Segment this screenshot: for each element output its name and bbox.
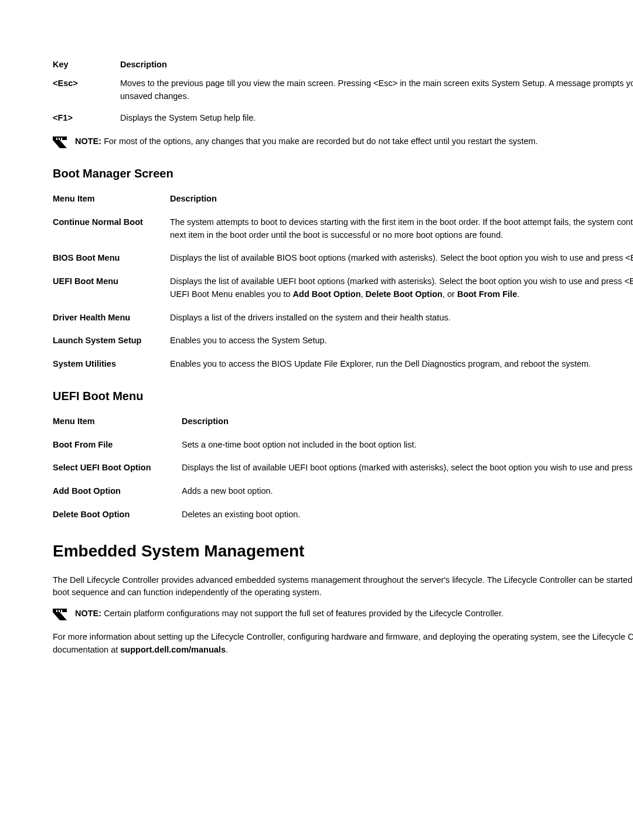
uefi-menu-table: Menu Item Description Boot From File Set… (53, 415, 633, 521)
table-row: System Utilities Enables you to access t… (53, 358, 633, 371)
table-row: Launch System Setup Enables you to acces… (53, 334, 633, 347)
header-item: Menu Item (53, 193, 170, 206)
row-desc: Displays the System Setup help file. (120, 112, 633, 125)
row-desc: Sets a one-time boot option not included… (182, 439, 633, 452)
row-desc: Displays the list of available BIOS boot… (170, 252, 633, 265)
heading-embedded-system: Embedded System Management (53, 539, 633, 564)
note-label: NOTE: (75, 136, 101, 146)
para-bold: support.dell.com/manuals (120, 645, 226, 654)
svg-rect-3 (56, 610, 57, 612)
table-row: <Esc> Moves to the previous page till yo… (53, 77, 633, 103)
row-desc: Displays a list of the drivers installed… (170, 312, 633, 325)
row-desc: Enables you to access the BIOS Update Fi… (170, 358, 633, 371)
row-desc: Moves to the previous page till you view… (120, 77, 633, 103)
key-table-header: Key Description (53, 59, 633, 71)
table-row: Delete Boot Option Deletes an existing b… (53, 508, 633, 521)
row-item: Launch System Setup (53, 334, 170, 347)
table-header: Menu Item Description (53, 415, 633, 428)
paragraph: For more information about setting up th… (53, 631, 633, 657)
note-content: Certain platform configurations may not … (101, 609, 503, 618)
table-row: Boot From File Sets a one-time boot opti… (53, 439, 633, 452)
table-row: BIOS Boot Menu Displays the list of avai… (53, 252, 633, 265)
svg-rect-4 (59, 610, 60, 612)
boot-manager-table: Menu Item Description Continue Normal Bo… (53, 193, 633, 371)
header-item: Menu Item (53, 415, 182, 428)
note-block: NOTE: For most of the options, any chang… (53, 135, 633, 148)
row-item: System Utilities (53, 358, 170, 371)
row-item: UEFI Boot Menu (53, 275, 170, 288)
row-desc: Enables you to access the System Setup. (170, 334, 633, 347)
table-row: UEFI Boot Menu Displays the list of avai… (53, 275, 633, 301)
row-key: <F1> (53, 112, 120, 125)
note-text: NOTE: Certain platform configurations ma… (75, 607, 633, 620)
para-end: . (226, 645, 228, 654)
row-key: <Esc> (53, 77, 120, 103)
note-icon (53, 136, 67, 148)
table-header: Menu Item Description (53, 193, 633, 206)
section-title-uefi: UEFI Boot Menu (53, 387, 633, 405)
desc-mid: , (361, 289, 366, 299)
svg-rect-1 (59, 138, 60, 140)
paragraph: The Dell Lifecycle Controller provides a… (53, 574, 633, 600)
key-table: Key Description <Esc> Moves to the previ… (53, 59, 633, 125)
row-desc: The system attempts to boot to devices s… (170, 216, 633, 242)
note-block: NOTE: Certain platform configurations ma… (53, 607, 633, 620)
row-item: Driver Health Menu (53, 312, 170, 325)
row-desc: Displays the list of available UEFI boot… (170, 275, 633, 301)
row-item: Continue Normal Boot (53, 216, 170, 229)
note-text: NOTE: For most of the options, any chang… (75, 135, 633, 148)
desc-bold: Add Boot Option (293, 289, 361, 299)
row-desc: Deletes an existing boot option. (182, 508, 633, 521)
row-item: Boot From File (53, 439, 182, 452)
desc-bold: Boot From File (457, 289, 517, 299)
row-desc: Displays the list of available UEFI boot… (182, 462, 633, 474)
row-item: BIOS Boot Menu (53, 252, 170, 265)
row-desc: Adds a new boot option. (182, 485, 633, 498)
desc-mid: , or (443, 289, 457, 299)
note-icon (53, 609, 67, 620)
row-item: Delete Boot Option (53, 508, 182, 521)
row-item: Add Boot Option (53, 485, 182, 498)
note-label: NOTE: (75, 609, 101, 618)
header-desc: Description (182, 415, 633, 428)
header-key: Key (53, 59, 120, 71)
table-row: Select UEFI Boot Option Displays the lis… (53, 462, 633, 474)
header-desc: Description (170, 193, 633, 206)
table-row: Driver Health Menu Displays a list of th… (53, 312, 633, 325)
svg-rect-0 (56, 138, 57, 140)
section-title-boot-manager: Boot Manager Screen (53, 165, 633, 182)
table-row: <F1> Displays the System Setup help file… (53, 112, 633, 125)
table-row: Continue Normal Boot The system attempts… (53, 216, 633, 242)
svg-rect-5 (61, 610, 62, 612)
note-content: For most of the options, any changes tha… (101, 136, 537, 146)
desc-bold: Delete Boot Option (366, 289, 443, 299)
row-item: Select UEFI Boot Option (53, 462, 182, 474)
table-row: Add Boot Option Adds a new boot option. (53, 485, 633, 498)
header-desc: Description (120, 59, 633, 71)
svg-rect-2 (61, 138, 62, 140)
desc-end: . (517, 289, 519, 299)
